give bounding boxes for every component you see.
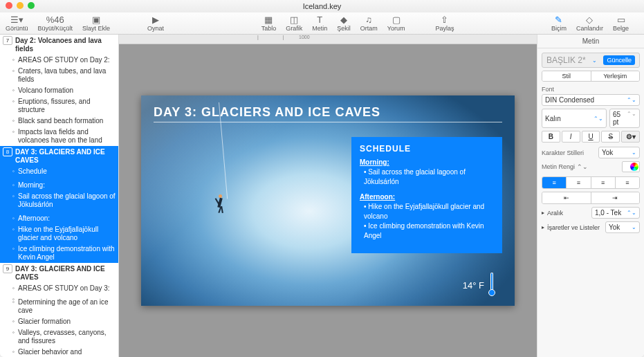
ruler: | | 1000 — [119, 35, 537, 44]
slide-title-underline — [154, 122, 502, 122]
strikethrough-button[interactable]: S — [601, 131, 620, 143]
seg-style[interactable]: Stil — [542, 71, 591, 81]
font-size-field[interactable]: 65 pt⌃⌄ — [609, 109, 640, 128]
media-button[interactable]: ♫Ortam — [360, 15, 378, 32]
outline-slide-header[interactable]: 8DAY 3: GLACIERS AND ICE CAVES — [0, 146, 118, 166]
underline-button[interactable]: U — [582, 131, 600, 143]
outline-bullet[interactable]: Glacier formation — [0, 316, 118, 327]
outline-bullet[interactable]: AREAS OF STUDY on Day 3: — [0, 283, 118, 294]
slide-number: 7 — [3, 36, 12, 45]
format-inspector: Metin BAŞLIK 2* ⌄ Güncelle Stil Yerleşim… — [537, 35, 644, 357]
paragraph-style-select[interactable]: BAŞLIK 2* ⌄ Güncelle — [542, 53, 640, 68]
advanced-options-button[interactable]: ⚙▾ — [621, 131, 640, 143]
schedule-box[interactable]: SCHEDULE Morning: Sail across the glacia… — [351, 137, 502, 253]
text-button[interactable]: TMetin — [312, 15, 327, 32]
outline-bullet[interactable]: Glacier behavior and movement — [0, 347, 118, 357]
outline-bullet[interactable]: Afternoon: — [0, 213, 118, 224]
italic-button[interactable]: I — [562, 131, 580, 143]
slide-title[interactable]: DAY 3: GLACIERS AND ICE CAVES — [154, 105, 380, 120]
bullets-select[interactable]: Yok⌄ — [605, 221, 640, 233]
outline-slide-title: Day 2: Volcanoes and lava fields — [15, 36, 116, 53]
temperature-value: 14° F — [463, 280, 484, 291]
slide-number: 9 — [3, 264, 12, 273]
view-button[interactable]: ☰▾Görüntü — [6, 15, 28, 32]
afternoon-label: Afternoon: — [360, 193, 395, 201]
schedule-item: Ice climbing demonstration with Kevin An… — [364, 221, 494, 241]
align-justify-button[interactable]: ≡ — [615, 177, 639, 188]
chevron-down-icon: ⌄ — [592, 57, 597, 64]
bullets-disclosure[interactable]: İşaretler ve Listeler — [542, 224, 602, 231]
style-layout-segment[interactable]: Stil Yerleşim — [542, 71, 640, 82]
play-button[interactable]: ▶Oynat — [147, 15, 164, 32]
minimize-window-button[interactable] — [17, 2, 24, 9]
zoom-button[interactable]: %46Büyüt/Küçült — [38, 15, 73, 32]
outline-bullet[interactable]: Hike on the Eyjafjallajökull glacier and… — [0, 224, 118, 244]
spacing-select[interactable]: 1,0 - Tek⌃⌄ — [591, 207, 640, 219]
document-button[interactable]: ▭Belge — [613, 15, 629, 32]
align-center-button[interactable]: ≡ — [566, 177, 590, 188]
window-title: Iceland.key — [303, 2, 342, 10]
slide-number: 8 — [3, 147, 12, 156]
align-left-button[interactable]: ≡ — [542, 177, 566, 188]
thermometer-icon — [488, 274, 495, 296]
canvas-area: | | 1000 DAY 3: GLACIERS AND ICE CAVES S… — [119, 35, 537, 357]
seg-layout[interactable]: Yerleşim — [591, 71, 640, 81]
indent-segment[interactable]: ⇤ ⇥ — [542, 192, 640, 204]
comment-button[interactable]: ▢Yorum — [387, 15, 405, 32]
horizontal-align-segment[interactable]: ≡ ≡ ≡ ≡ — [542, 176, 640, 189]
close-window-button[interactable] — [6, 2, 12, 9]
outline-sidebar[interactable]: 7Day 2: Volcanoes and lava fieldsAREAS O… — [0, 35, 119, 357]
share-button[interactable]: ⇧Paylaş — [435, 15, 454, 32]
indent-button[interactable]: ⇥ — [591, 192, 640, 203]
outline-slide-header[interactable]: 9DAY 3: GLACIERS AND ICE CAVES — [0, 263, 118, 283]
text-color-well[interactable] — [622, 161, 640, 172]
temperature-indicator: 14° F — [463, 274, 495, 296]
font-weight-select[interactable]: Kalın⌃⌄ — [542, 109, 607, 128]
outline-bullet[interactable]: Morning: — [0, 180, 118, 191]
bold-button[interactable]: B — [542, 131, 560, 143]
schedule-item: Hike on the Eyjafjallajökull glacier and… — [364, 202, 494, 221]
climber-graphic — [214, 192, 226, 213]
outline-bullet[interactable]: Eruptions, fissures, and structure — [0, 96, 118, 116]
window-titlebar: Iceland.key — [0, 0, 644, 12]
table-button[interactable]: ▦Tablo — [261, 15, 277, 32]
schedule-heading: SCHEDULE — [360, 144, 494, 154]
add-slide-button[interactable]: ▣Slayt Ekle — [82, 15, 110, 32]
outline-bullet[interactable]: Ice climbing demonstration with Kevin An… — [0, 244, 118, 263]
char-styles-select[interactable]: Yok⌄ — [598, 147, 640, 158]
slide[interactable]: DAY 3: GLACIERS AND ICE CAVES SCHEDULE M… — [141, 95, 515, 306]
outline-bullet[interactable]: Impacts lava fields and volcanoes have o… — [0, 127, 118, 146]
chevron-updown-icon: ⌃⌄ — [627, 97, 636, 103]
outline-bullet[interactable]: Valleys, crevasses, canyons, and fissure… — [0, 327, 118, 347]
gear-icon: ⚙▾ — [626, 133, 636, 140]
shape-button[interactable]: ◆Şekil — [337, 15, 351, 32]
schedule-item: Sail across the glacial lagoon of Jökuls… — [364, 167, 494, 187]
animate-button[interactable]: ◇Canlandır — [576, 15, 603, 32]
outline-bullet[interactable]: Black sand beach formation — [0, 116, 118, 127]
update-style-button[interactable]: Güncelle — [603, 55, 635, 65]
outline-bullet[interactable]: Determining the age of an ice cave — [0, 297, 118, 316]
chevron-updown-icon: ⌃⌄ — [594, 116, 603, 122]
outline-bullet[interactable]: Sail across the glacial lagoon of Jökuls… — [0, 191, 118, 210]
window-controls — [6, 2, 35, 9]
morning-label: Morning: — [360, 158, 389, 166]
toolbar: ☰▾Görüntü %46Büyüt/Küçült ▣Slayt Ekle ▶O… — [0, 12, 644, 35]
format-button[interactable]: ✎Biçim — [551, 15, 567, 32]
outdent-button[interactable]: ⇤ — [542, 192, 591, 203]
outline-slide-title: DAY 3: GLACIERS AND ICE CAVES — [15, 147, 116, 165]
text-color-label: Metin Rengi ⌃⌄ — [542, 163, 588, 170]
fullscreen-window-button[interactable] — [28, 2, 35, 9]
outline-slide-title: DAY 3: GLACIERS AND ICE CAVES — [15, 264, 116, 282]
outline-bullet[interactable]: Schedule — [0, 166, 118, 177]
spacing-disclosure[interactable]: Aralık — [542, 210, 589, 217]
font-section-label: Font — [542, 86, 640, 93]
chart-button[interactable]: ◫Grafik — [286, 15, 302, 32]
align-right-button[interactable]: ≡ — [591, 177, 615, 188]
outline-bullet[interactable]: AREAS OF STUDY on Day 2: — [0, 55, 118, 66]
inspector-tab[interactable]: Metin — [537, 35, 644, 48]
outline-bullet[interactable]: Craters, lava tubes, and lava fields — [0, 66, 118, 85]
outline-bullet[interactable]: Volcano formation — [0, 85, 118, 96]
outline-slide-header[interactable]: 7Day 2: Volcanoes and lava fields — [0, 35, 118, 55]
font-family-select[interactable]: DIN Condensed⌃⌄ — [542, 94, 640, 106]
char-styles-label: Karakter Stilleri — [542, 149, 584, 156]
